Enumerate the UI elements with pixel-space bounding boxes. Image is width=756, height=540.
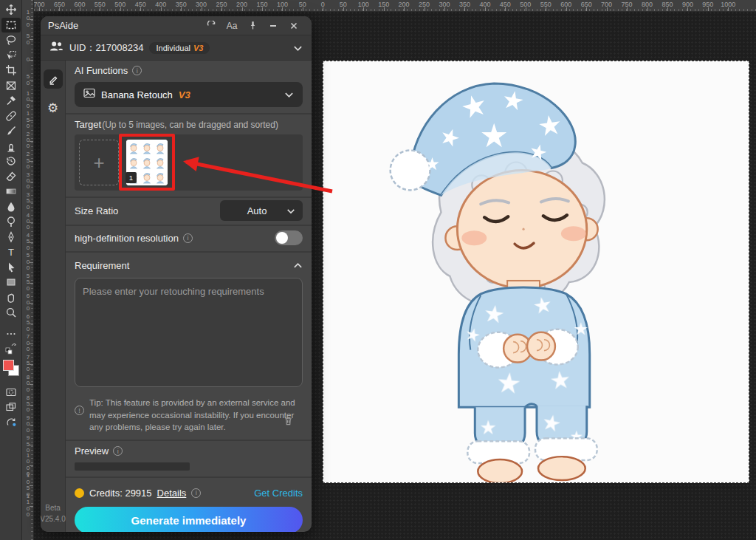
color-swatches[interactable] — [2, 358, 20, 380]
pin-icon[interactable] — [242, 18, 263, 33]
version-info: Beta V25.4.0 — [41, 502, 66, 524]
get-credits-link[interactable]: Get Credits — [254, 488, 303, 499]
eyedropper-tool[interactable] — [1, 93, 21, 109]
zoom-tool[interactable] — [1, 305, 21, 321]
tools-panel: T — [0, 0, 22, 540]
gradient-tool[interactable] — [1, 184, 21, 199]
preview-placeholder-bar — [75, 462, 190, 471]
svg-text:T: T — [8, 247, 14, 258]
pen-tool[interactable] — [1, 230, 21, 245]
font-size-button[interactable]: Aa — [221, 18, 242, 33]
panel-titlebar[interactable]: PsAide Aa — [41, 16, 312, 35]
document-canvas[interactable] — [323, 61, 749, 483]
hd-resolution-row: high-definition resolution i — [66, 225, 312, 251]
image-icon — [83, 88, 95, 101]
history-brush-tool[interactable] — [1, 154, 21, 169]
requirement-label: Requirement — [75, 260, 129, 271]
brush-tool[interactable] — [1, 123, 21, 139]
user-icon — [49, 41, 63, 55]
chevron-down-icon[interactable] — [293, 41, 303, 55]
selected-function: Banana Retouch — [101, 89, 173, 100]
account-row[interactable]: UID：217008234 Individual V3 — [41, 35, 312, 61]
size-ratio-value: Auto — [227, 205, 286, 216]
panel-title: PsAide — [48, 20, 78, 31]
add-image-button[interactable]: + — [79, 140, 119, 185]
blur-tool[interactable] — [1, 199, 21, 215]
minimize-icon[interactable] — [263, 18, 284, 33]
close-icon[interactable] — [284, 18, 304, 33]
plan-name: Individual — [156, 44, 190, 52]
frame-tool[interactable] — [1, 78, 21, 94]
function-version: V3 — [179, 89, 190, 100]
ruler-vertical: 1 0 05 005 01 0 01 5 02 0 02 5 03 0 03 5… — [22, 0, 34, 540]
credits-section: Credits: 29915 Details i Get Credits Gen… — [66, 476, 312, 532]
swap-colors-icon[interactable] — [1, 341, 21, 357]
credits-amount: Credits: 29915 — [89, 488, 152, 499]
chevron-down-icon — [286, 204, 295, 217]
tip-text: Tip: This feature is provided by an exte… — [89, 397, 303, 434]
size-ratio-label: Size Ratio — [75, 205, 118, 216]
rectangular-marquee-tool[interactable] — [1, 18, 21, 33]
requirement-input[interactable] — [75, 278, 303, 387]
settings-gear-icon[interactable]: ⚙ — [47, 100, 58, 116]
baby-illustration — [323, 61, 749, 482]
info-icon[interactable]: i — [113, 446, 123, 456]
info-icon[interactable]: i — [191, 488, 201, 498]
path-selection-tool[interactable] — [1, 260, 21, 276]
annotation-highlight-box — [119, 134, 175, 191]
edit-toolbar-ellipsis[interactable] — [1, 327, 21, 342]
object-selection-tool[interactable] — [1, 48, 21, 64]
lasso-tool[interactable] — [1, 33, 21, 48]
version-number: V25.4.0 — [41, 513, 66, 524]
target-section: Target (Up to 5 images, can be dragged a… — [66, 113, 312, 196]
hd-resolution-toggle[interactable] — [275, 230, 303, 245]
panel-side-strip: ⚙ Beta V25.4.0 — [41, 61, 66, 532]
chevron-down-icon — [284, 88, 294, 101]
target-hint: (Up to 5 images, can be dragged and sort… — [102, 120, 278, 130]
toggle-knob — [276, 232, 288, 244]
info-icon: ! — [75, 406, 84, 415]
generate-button[interactable]: Generate immediately — [75, 507, 303, 532]
hd-resolution-label: high-definition resolution — [75, 233, 179, 244]
size-ratio-select[interactable]: Auto — [220, 200, 303, 221]
preview-label: Preview — [75, 445, 109, 457]
quick-mask-icon[interactable] — [1, 385, 21, 400]
uid-text: UID：217008234 — [69, 41, 143, 55]
type-tool[interactable]: T — [1, 245, 21, 260]
ruler-horizontal: 7006506005505004504003503002502001501005… — [34, 0, 756, 12]
trash-icon[interactable] — [283, 415, 294, 429]
chevron-up-icon[interactable] — [293, 259, 303, 272]
function-dropdown[interactable]: Banana Retouch V3 — [75, 82, 303, 107]
rectangle-tool[interactable] — [1, 275, 21, 290]
target-label: Target — [75, 119, 101, 130]
ai-functions-section: AI Functions i Banana Retouch V3 — [66, 61, 312, 113]
refresh-icon[interactable] — [201, 18, 221, 33]
photoshop-workspace: 7006506005505004504003503002502001501005… — [0, 0, 756, 540]
credits-coin-icon — [75, 488, 84, 498]
eraser-tool[interactable] — [1, 169, 21, 185]
preview-section: Preview i — [66, 440, 312, 476]
psaide-panel: PsAide Aa UID：217008234 Individual V3 ⚙ — [41, 16, 312, 532]
plan-badge: Individual V3 — [149, 42, 210, 54]
healing-brush-tool[interactable] — [1, 109, 21, 124]
size-ratio-row: Size Ratio Auto — [66, 196, 312, 225]
tip-block: ! Tip: This feature is provided by an ex… — [75, 397, 303, 434]
hand-tool[interactable] — [1, 290, 21, 306]
edit-mode-button[interactable] — [44, 69, 63, 89]
foreground-color-swatch[interactable] — [3, 360, 14, 371]
crop-tool[interactable] — [1, 63, 21, 78]
requirement-section: Requirement ! Tip: This feature is provi… — [66, 251, 312, 440]
info-icon[interactable]: i — [183, 233, 193, 243]
target-drop-area: + 1 — [75, 134, 303, 191]
screen-mode-icon[interactable] — [1, 400, 21, 415]
credits-details-link[interactable]: Details — [157, 488, 187, 499]
info-icon[interactable]: i — [132, 66, 142, 75]
clone-stamp-tool[interactable] — [1, 139, 21, 154]
plan-version: V3 — [193, 44, 203, 52]
move-tool[interactable] — [1, 2, 21, 18]
dodge-tool[interactable] — [1, 214, 21, 230]
rotate-view-icon[interactable] — [1, 415, 21, 431]
beta-label: Beta — [41, 502, 66, 513]
ai-functions-label: AI Functions — [75, 65, 128, 76]
